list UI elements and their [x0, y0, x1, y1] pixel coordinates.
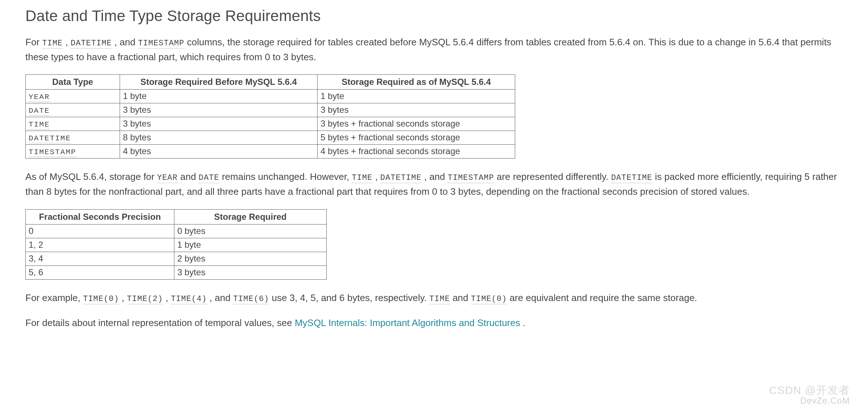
value-cell: 3 bytes + fractional seconds storage: [318, 117, 515, 131]
code-timestamp: TIMESTAMP: [138, 39, 185, 49]
text-segment: For: [25, 37, 42, 48]
code-time: TIME: [352, 173, 372, 183]
table-row: 1, 2 1 byte: [26, 238, 327, 252]
text-segment: , and: [210, 292, 233, 303]
precision-cell: 3, 4: [26, 252, 174, 265]
value-cell: 1 byte: [318, 90, 515, 103]
table-row: DATETIME 8 bytes 5 bytes + fractional se…: [26, 131, 515, 145]
text-segment: are represented differently.: [497, 171, 611, 182]
text-segment: For example,: [25, 292, 83, 303]
text-segment: As of MySQL 5.6.4, storage for: [25, 171, 157, 182]
code-time6: TIME(6): [233, 295, 269, 304]
link-paragraph: For details about internal representatio…: [25, 316, 843, 330]
precision-cell: 0: [26, 224, 174, 238]
table-header: Fractional Seconds Precision: [26, 209, 174, 224]
storage-cell: 0 bytes: [174, 224, 327, 238]
precision-cell: 1, 2: [26, 238, 174, 252]
code-datetime: DATETIME: [71, 39, 112, 49]
code-date: DATE: [199, 173, 219, 183]
text-segment: and: [452, 292, 471, 303]
mid-paragraph: As of MySQL 5.6.4, storage for YEAR and …: [25, 169, 843, 199]
table-header: Storage Required as of MySQL 5.6.4: [318, 75, 515, 90]
code-year: YEAR: [157, 173, 178, 183]
storage-cell: 1 byte: [174, 238, 327, 252]
storage-cell: 2 bytes: [174, 252, 327, 265]
table-header-row: Data Type Storage Required Before MySQL …: [26, 75, 515, 90]
code-datetime: DATETIME: [380, 173, 422, 183]
value-cell: 3 bytes: [120, 117, 318, 131]
precision-cell: 5, 6: [26, 265, 174, 279]
type-cell: DATETIME: [29, 134, 71, 143]
text-segment: , and: [115, 37, 138, 48]
value-cell: 5 bytes + fractional seconds storage: [318, 131, 515, 145]
code-time0: TIME(0): [471, 295, 507, 304]
example-paragraph: For example, TIME(0) , TIME(2) , TIME(4)…: [25, 291, 843, 305]
value-cell: 8 bytes: [120, 131, 318, 145]
text-segment: , and: [424, 171, 448, 182]
table-row: TIME 3 bytes 3 bytes + fractional second…: [26, 117, 515, 131]
text-segment: are equivalent and require the same stor…: [509, 292, 697, 303]
value-cell: 3 bytes: [318, 103, 515, 117]
code-timestamp: TIMESTAMP: [448, 173, 494, 183]
table-row: 3, 4 2 bytes: [26, 252, 327, 265]
code-time: TIME: [429, 295, 450, 304]
storage-table: Data Type Storage Required Before MySQL …: [25, 74, 515, 158]
text-segment: ,: [375, 171, 380, 182]
text-segment: For details about internal representatio…: [25, 317, 295, 328]
value-cell: 4 bytes + fractional seconds storage: [318, 145, 515, 158]
text-segment: .: [523, 317, 525, 328]
value-cell: 4 bytes: [120, 145, 318, 158]
table-header: Storage Required: [174, 209, 327, 224]
type-cell: TIMESTAMP: [29, 148, 76, 157]
code-time: TIME: [42, 39, 63, 49]
value-cell: 3 bytes: [120, 103, 318, 117]
table-row: 0 0 bytes: [26, 224, 327, 238]
document-page: Date and Time Type Storage Requirements …: [0, 0, 868, 362]
fractional-table: Fractional Seconds Precision Storage Req…: [25, 209, 327, 280]
type-cell: DATE: [29, 107, 50, 116]
text-segment: ,: [122, 292, 127, 303]
text-segment: remains unchanged. However,: [222, 171, 352, 182]
table-header-row: Fractional Seconds Precision Storage Req…: [26, 209, 327, 224]
code-datetime: DATETIME: [611, 173, 652, 183]
type-cell: TIME: [29, 120, 50, 129]
page-title: Date and Time Type Storage Requirements: [25, 7, 843, 25]
text-segment: and: [180, 171, 199, 182]
table-row: 5, 6 3 bytes: [26, 265, 327, 279]
intro-paragraph: For TIME , DATETIME , and TIMESTAMP colu…: [25, 35, 843, 64]
text-segment: use 3, 4, 5, and 6 bytes, respectively.: [272, 292, 430, 303]
storage-cell: 3 bytes: [174, 265, 327, 279]
table-header: Data Type: [26, 75, 120, 90]
text-segment: ,: [65, 37, 70, 48]
table-header: Storage Required Before MySQL 5.6.4: [120, 75, 318, 90]
text-segment: ,: [166, 292, 171, 303]
internals-link[interactable]: MySQL Internals: Important Algorithms an…: [295, 317, 520, 328]
code-time4: TIME(4): [171, 295, 207, 304]
code-time2: TIME(2): [127, 295, 163, 304]
table-row: DATE 3 bytes 3 bytes: [26, 103, 515, 117]
code-time0: TIME(0): [83, 295, 119, 304]
value-cell: 1 byte: [120, 90, 318, 103]
table-row: YEAR 1 byte 1 byte: [26, 90, 515, 103]
type-cell: YEAR: [29, 93, 50, 102]
table-row: TIMESTAMP 4 bytes 4 bytes + fractional s…: [26, 145, 515, 158]
